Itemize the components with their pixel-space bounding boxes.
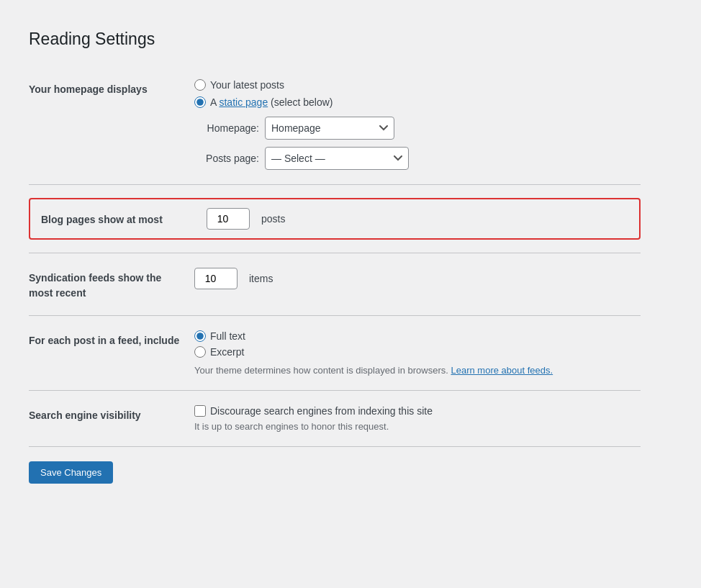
- divider-2: [29, 253, 641, 253]
- page-title: Reading Settings: [29, 29, 641, 50]
- feed-include-control: Full text Excerpt Your theme determines …: [194, 330, 641, 376]
- settings-container: Reading Settings Your homepage displays …: [14, 14, 662, 512]
- static-page-label: A static page (select below): [210, 96, 333, 108]
- syndication-input-row: items: [194, 268, 641, 289]
- excerpt-radio[interactable]: [194, 346, 206, 358]
- feed-description: Your theme determines how content is dis…: [194, 365, 641, 376]
- search-visibility-control: Discourage search engines from indexing …: [194, 405, 641, 432]
- posts-page-select[interactable]: — Select — Blog News: [265, 147, 409, 170]
- search-visibility-checkbox-label[interactable]: Discourage search engines from indexing …: [210, 405, 433, 417]
- save-button[interactable]: Save Changes: [29, 461, 113, 484]
- posts-page-select-label: Posts page:: [194, 153, 259, 164]
- static-page-option[interactable]: A static page (select below): [194, 96, 641, 108]
- blog-pages-input[interactable]: [207, 208, 250, 230]
- divider-1: [29, 184, 641, 185]
- syndication-feeds-suffix: items: [249, 273, 273, 284]
- static-page-label-before: A: [210, 96, 219, 108]
- search-visibility-checkbox-item[interactable]: Discourage search engines from indexing …: [194, 405, 641, 417]
- feed-include-label: For each post in a feed, include: [29, 330, 194, 348]
- feed-include-row: For each post in a feed, include Full te…: [29, 320, 641, 386]
- blog-pages-row: Blog pages show at most posts: [29, 189, 641, 249]
- blog-pages-highlighted: Blog pages show at most posts: [29, 198, 641, 240]
- divider-3: [29, 315, 641, 316]
- latest-posts-option[interactable]: Your latest posts: [194, 79, 641, 91]
- static-page-link[interactable]: static page: [219, 96, 268, 108]
- syndication-feeds-row: Syndication feeds show the most recent i…: [29, 257, 641, 312]
- divider-4: [29, 390, 641, 391]
- full-text-option[interactable]: Full text: [194, 330, 641, 342]
- search-visibility-checkbox[interactable]: [194, 405, 206, 417]
- static-page-radio[interactable]: [194, 96, 206, 108]
- excerpt-option[interactable]: Excerpt: [194, 346, 641, 358]
- search-visibility-sub-text: It is up to search engines to honor this…: [194, 421, 641, 432]
- posts-page-select-row: Posts page: — Select — Blog News: [194, 147, 641, 170]
- full-text-radio[interactable]: [194, 330, 206, 342]
- feed-description-text: Your theme determines how content is dis…: [194, 365, 451, 376]
- homepage-select[interactable]: Homepage About Contact: [265, 117, 394, 140]
- search-visibility-row: Search engine visibility Discourage sear…: [29, 394, 641, 443]
- search-visibility-label: Search engine visibility: [29, 405, 194, 423]
- homepage-displays-control: Your latest posts A static page (select …: [194, 79, 641, 170]
- homepage-radio-group: Your latest posts A static page (select …: [194, 79, 641, 108]
- full-text-label[interactable]: Full text: [210, 330, 245, 342]
- static-page-label-after: (select below): [268, 96, 333, 108]
- syndication-feeds-input[interactable]: [194, 268, 238, 289]
- excerpt-label[interactable]: Excerpt: [210, 346, 244, 358]
- blog-pages-suffix: posts: [261, 213, 285, 225]
- latest-posts-label[interactable]: Your latest posts: [210, 79, 284, 91]
- homepage-select-label: Homepage:: [194, 122, 259, 134]
- syndication-feeds-label: Syndication feeds show the most recent: [29, 268, 194, 301]
- blog-pages-control: posts: [207, 208, 285, 230]
- syndication-feeds-control: items: [194, 268, 641, 289]
- feed-radio-group: Full text Excerpt: [194, 330, 641, 358]
- blog-pages-label: Blog pages show at most: [41, 209, 207, 227]
- divider-5: [29, 446, 641, 447]
- page-select-group: Homepage: Homepage About Contact Posts p…: [194, 117, 641, 170]
- latest-posts-radio[interactable]: [194, 79, 206, 91]
- homepage-select-row: Homepage: Homepage About Contact: [194, 117, 641, 140]
- homepage-displays-row: Your homepage displays Your latest posts…: [29, 68, 641, 181]
- learn-more-link[interactable]: Learn more about feeds.: [451, 365, 553, 376]
- homepage-displays-label: Your homepage displays: [29, 79, 194, 97]
